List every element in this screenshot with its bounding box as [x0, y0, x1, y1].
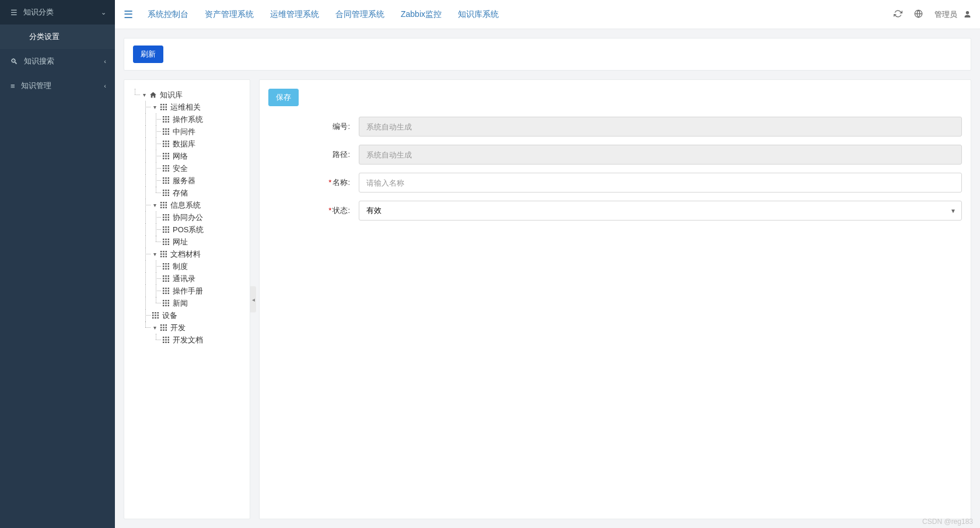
tree-node[interactable]: ▾开发 [130, 321, 244, 334]
svg-rect-59 [165, 180, 166, 181]
svg-rect-98 [165, 232, 166, 233]
nav-link[interactable]: 资产管理系统 [205, 9, 254, 20]
svg-rect-36 [167, 146, 169, 147]
collapse-icon[interactable]: ▾ [151, 202, 158, 209]
status-select[interactable] [359, 201, 962, 221]
tree-node-label: 制度 [173, 261, 188, 272]
collapse-icon[interactable]: ▾ [151, 104, 158, 111]
tree-node[interactable]: 网络 [130, 150, 244, 162]
tree-node-label: 存储 [173, 188, 188, 198]
nav-link[interactable]: 合同管理系统 [335, 9, 384, 20]
svg-rect-124 [163, 268, 164, 270]
refresh-button[interactable]: 刷新 [133, 46, 163, 63]
svg-rect-109 [160, 251, 162, 252]
svg-rect-10 [163, 116, 164, 117]
svg-rect-159 [157, 314, 158, 316]
tree-node[interactable]: 协同办公 [130, 211, 244, 223]
tree-node[interactable]: 设备 [130, 309, 244, 321]
action-panel: 刷新 [124, 38, 971, 71]
chevron-left-icon: ‹ [104, 82, 106, 89]
sidebar: ☰ 知识分类 ⌄ 分类设置 🔍︎ 知识搜索 ‹ ≡ 知识管理 ‹ [0, 0, 115, 528]
svg-rect-111 [165, 251, 166, 252]
svg-rect-166 [160, 327, 162, 328]
svg-rect-86 [165, 216, 166, 218]
tree-node-label: 开发 [170, 323, 186, 333]
tree-node[interactable]: 中间件 [130, 125, 244, 138]
svg-rect-80 [163, 207, 164, 208]
svg-rect-162 [157, 317, 158, 319]
chevron-down-icon: ⌄ [101, 9, 106, 16]
svg-rect-74 [163, 202, 164, 203]
nav-link[interactable]: 系统控制台 [148, 9, 188, 20]
sidebar-sub-category-settings[interactable]: 分类设置 [0, 25, 115, 49]
svg-rect-144 [167, 293, 169, 294]
svg-rect-145 [163, 300, 164, 301]
tree-node[interactable]: 开发文档 [130, 334, 244, 346]
tree-node[interactable]: ▾文档材料 [130, 248, 244, 260]
svg-rect-4 [160, 106, 162, 107]
grid-icon [162, 189, 170, 197]
svg-rect-53 [165, 170, 166, 172]
sidebar-item-knowledge-search[interactable]: 🔍︎ 知识搜索 ‹ [0, 49, 115, 74]
svg-rect-76 [160, 204, 162, 205]
grid-icon [151, 312, 159, 320]
svg-rect-64 [163, 190, 164, 191]
svg-rect-25 [163, 134, 164, 135]
sync-icon[interactable] [894, 9, 902, 20]
svg-rect-116 [163, 256, 164, 257]
svg-rect-163 [160, 324, 162, 326]
svg-rect-152 [165, 305, 166, 306]
svg-rect-147 [167, 300, 169, 301]
tree-node[interactable]: 通讯录 [130, 272, 244, 285]
tree-node-label: 文档材料 [170, 249, 201, 260]
tree-node-label: 开发文档 [173, 335, 203, 345]
grid-icon [162, 165, 170, 173]
tree-node[interactable]: ▾信息系统 [130, 199, 244, 211]
svg-rect-143 [165, 293, 166, 294]
collapse-icon[interactable]: ▾ [141, 92, 148, 99]
grid-icon [162, 214, 170, 222]
tree-node[interactable]: ▾运维相关 [130, 101, 244, 113]
svg-rect-57 [167, 177, 169, 179]
svg-rect-141 [167, 290, 169, 291]
sidebar-item-knowledge-category[interactable]: ☰ 知识分类 ⌄ [0, 0, 115, 25]
svg-rect-164 [163, 324, 164, 326]
svg-rect-114 [165, 253, 166, 254]
save-button[interactable]: 保存 [268, 89, 299, 106]
tree-node[interactable]: 安全 [130, 162, 244, 174]
tree-node[interactable]: 网址 [130, 236, 244, 248]
svg-rect-157 [152, 314, 153, 316]
tree-node[interactable]: 制度 [130, 260, 244, 272]
svg-rect-155 [155, 312, 156, 313]
grid-icon [159, 201, 167, 209]
svg-rect-44 [165, 158, 166, 159]
nav-link[interactable]: 运维管理系统 [270, 9, 319, 20]
sidebar-item-knowledge-manage[interactable]: ≡ 知识管理 ‹ [0, 74, 115, 98]
tree-node[interactable]: 新闻 [130, 297, 244, 309]
nav-link[interactable]: Zabbix监控 [401, 9, 442, 20]
tree-node[interactable]: ▾知识库 [130, 89, 244, 101]
svg-rect-99 [167, 232, 169, 233]
panel-collapse-handle[interactable]: ◂ [250, 286, 256, 313]
tree-node[interactable]: 存储 [130, 187, 244, 199]
collapse-icon[interactable]: ▾ [151, 324, 158, 331]
user-menu[interactable]: 管理员 [935, 9, 971, 20]
form-panel: 保存 编号: 路径: 名称: 状态: [259, 79, 971, 519]
collapse-icon[interactable]: ▾ [151, 251, 158, 258]
svg-rect-41 [165, 155, 166, 156]
svg-rect-149 [165, 302, 166, 303]
globe-icon[interactable] [914, 9, 923, 20]
svg-rect-127 [163, 275, 164, 277]
tree-node[interactable]: POS系统 [130, 223, 244, 236]
name-input[interactable] [359, 173, 962, 193]
tree-node[interactable]: 操作系统 [130, 113, 244, 125]
tree-node[interactable]: 数据库 [130, 138, 244, 150]
tree-node[interactable]: 服务器 [130, 174, 244, 187]
tree-node[interactable]: 操作手册 [130, 285, 244, 297]
sidebar-toggle-button[interactable]: ☰ [124, 8, 133, 21]
svg-rect-6 [165, 106, 166, 107]
svg-rect-71 [165, 195, 166, 196]
nav-link[interactable]: 知识库系统 [458, 9, 499, 20]
grid-icon [159, 250, 167, 258]
svg-rect-115 [160, 256, 162, 257]
